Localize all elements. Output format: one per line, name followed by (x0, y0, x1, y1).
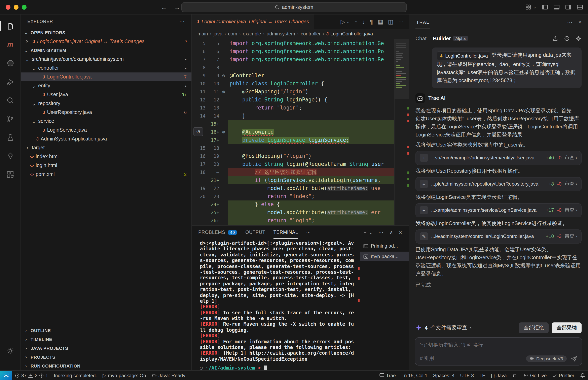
export-icon[interactable] (552, 35, 558, 41)
indentation[interactable]: Spaces: 4 (430, 371, 458, 380)
run-file-icon[interactable]: ▷ (341, 19, 345, 25)
minimize-window-button[interactable] (14, 5, 18, 9)
file-reference-chip[interactable]: LoginController.java (437, 51, 490, 60)
more-actions-icon[interactable]: ⋯ (398, 19, 404, 25)
eol[interactable]: LF (477, 371, 488, 380)
gear-icon[interactable] (575, 35, 582, 41)
source-control-button[interactable] (0, 110, 20, 128)
java-status[interactable]: Java: Ready (149, 371, 188, 380)
language-mode[interactable]: { } Java (488, 371, 510, 380)
review-button[interactable]: 审查› (565, 154, 577, 161)
next-change-icon[interactable]: ↓ (362, 19, 365, 25)
back-icon[interactable]: ← (161, 4, 167, 10)
open-changes-icon[interactable]: ▦ (378, 19, 383, 25)
tree-item[interactable]: <>index.html (21, 152, 192, 161)
model-selector[interactable]: Deepseek-V3 (526, 355, 567, 362)
tab-problems[interactable]: PROBLEMS 40 (198, 226, 237, 239)
breadcrumb-item[interactable]: adminsystem (267, 31, 295, 37)
tree-item[interactable]: ⌄repository (21, 99, 192, 108)
tree-item[interactable]: ⌄service (21, 117, 192, 126)
breadcrumb-item[interactable]: JLoginController.java (326, 31, 373, 37)
close-window-button[interactable] (6, 5, 10, 9)
panel-more-tabs-icon[interactable]: ⋯ (306, 226, 311, 239)
review-button[interactable]: 审查› (565, 181, 577, 187)
chevron-right-icon[interactable]: › (470, 325, 472, 331)
chat-thread[interactable]: LoginController.java 登录接口请使用spring data … (409, 47, 588, 320)
tree-item[interactable]: JAdminSystemApplication.java (21, 134, 192, 143)
new-terminal-icon[interactable]: + (364, 229, 367, 235)
terminal-session[interactable]: Priming ad... (360, 241, 409, 251)
maximize-panel-icon[interactable]: ∧ (389, 229, 393, 235)
breadcrumb-item[interactable]: controller (301, 31, 321, 37)
notifications[interactable] (577, 371, 588, 380)
cursor-position[interactable]: Ln 15, Col 1 (399, 371, 430, 380)
remote-indicator[interactable]: >< (0, 371, 12, 380)
send-icon[interactable] (571, 355, 577, 362)
breadcrumb[interactable]: main›java›com›example›adminsystem›contro… (192, 29, 409, 39)
terminal-session[interactable]: mvn-packa... (360, 252, 409, 261)
trae-status[interactable]: Trae (376, 371, 399, 380)
file-review-card[interactable]: ✎...le/adminsystem/controller/LoginContr… (415, 229, 582, 243)
gem-plugin-button[interactable] (0, 147, 20, 165)
tree-item[interactable]: JLoginController.java7 (21, 73, 192, 81)
tree-item[interactable]: ⌄src/main/java/com/example/adminsystem● (21, 55, 192, 64)
breadcrumb-item[interactable]: example (243, 31, 261, 37)
sidebar-section-projects[interactable]: ›PROJECTS (21, 353, 192, 361)
breadcrumb-item[interactable]: com (228, 31, 237, 37)
command-center-search[interactable]: admin-system (181, 2, 407, 12)
minimap[interactable] (394, 39, 409, 226)
review-button[interactable]: 审查› (565, 233, 577, 240)
tree-item[interactable]: <>pom.xml2 (21, 170, 192, 179)
extens​ions-button[interactable] (0, 165, 20, 184)
whitespace-icon[interactable]: ¶ (370, 19, 373, 25)
split-editor-icon[interactable]: ◫ (388, 19, 393, 25)
close-panel-icon[interactable]: × (578, 19, 582, 25)
breadcrumb-item[interactable]: java (214, 31, 222, 37)
tree-item[interactable]: ⌄entity● (21, 81, 192, 90)
terminal-output[interactable]: d>:<plugin-artifact-id>[:<plugin-version… (192, 239, 360, 370)
toggle-secondary-sidebar-icon[interactable] (565, 4, 571, 10)
forward-icon[interactable]: → (174, 4, 180, 10)
file-review-card[interactable]: +...xample/adminsystem/service/LoginServ… (415, 203, 582, 217)
more-actions-icon[interactable]: ⋯ (567, 19, 573, 25)
editor-tab[interactable]: J LoginController.java: Original ↔ Trae'… (192, 15, 314, 29)
testing-button[interactable] (0, 128, 20, 147)
tree-item[interactable]: JUserRepository.java6 (21, 108, 192, 117)
explorer-activity-button[interactable] (0, 17, 20, 36)
open-editor-item[interactable]: × J LoginController.java: Original ↔ Tra… (21, 37, 192, 46)
diff-editor[interactable]: 55import org.springframework.web.bind.an… (192, 39, 409, 226)
search-activity-button[interactable] (0, 91, 20, 110)
reference-button[interactable]: # 引用 (420, 355, 434, 362)
run-dropdown-icon[interactable]: ⌄ (346, 19, 350, 24)
tab-output[interactable]: OUTPUT (245, 226, 265, 239)
tab-chat[interactable]: Chat (415, 35, 427, 41)
accept-all-button[interactable]: 全部采纳 (552, 322, 582, 333)
tab-terminal[interactable]: TERMINAL (273, 226, 298, 239)
settings-button[interactable] (0, 341, 20, 360)
go-live[interactable]: Go Live (520, 371, 550, 380)
sidebar-section-java-projects[interactable]: ›JAVA PROJECTS (21, 344, 192, 353)
toggle-panel-icon[interactable] (553, 4, 560, 10)
close-panel-icon[interactable]: × (399, 229, 402, 235)
mvn-status[interactable]: ▷ mvn-package: On (100, 371, 149, 380)
prettier-status[interactable]: Prettier (550, 371, 577, 380)
minimap-slider[interactable] (394, 39, 409, 99)
prev-change-icon[interactable]: ↑ (355, 19, 357, 25)
file-review-card[interactable]: +...va/com/example/adminsystem/entity/Us… (415, 151, 582, 165)
tree-item[interactable]: ⌄controller● (21, 64, 192, 73)
review-button[interactable]: 审查› (565, 207, 577, 213)
tree-item[interactable]: JUser.java9+ (21, 90, 192, 99)
sidebar-section-run-configuration[interactable]: ›RUN CONFIGURATION (21, 361, 192, 370)
panel-more-icon[interactable]: ⋯ (378, 229, 384, 235)
open-editors-section[interactable]: ⌄ OPEN EDITORS (21, 28, 192, 37)
m-plugin-button[interactable]: m (0, 36, 20, 54)
close-icon[interactable]: × (26, 39, 31, 44)
encoding[interactable]: UTF-8 (457, 371, 477, 380)
toggle-sidebar-icon[interactable] (542, 4, 548, 10)
problems-status[interactable]: 37 2 1 (12, 371, 51, 380)
more-actions-icon[interactable]: ⋯ (179, 18, 185, 25)
java-icon-status[interactable] (510, 371, 520, 380)
chevron-down-icon[interactable]: ⌄ (533, 5, 536, 9)
revert-change-button[interactable]: ↺ (194, 127, 203, 136)
indexing-status[interactable]: Indexing completed. (51, 371, 100, 380)
